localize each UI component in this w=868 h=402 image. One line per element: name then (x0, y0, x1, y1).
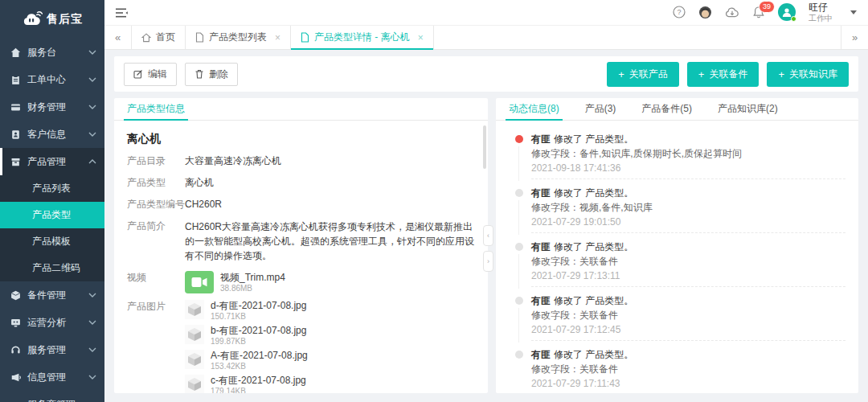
image-thumbnail (185, 350, 204, 369)
submenu-item-product-type[interactable]: 产品类型 (0, 202, 104, 228)
headset-icon (10, 344, 21, 355)
document-icon (301, 32, 309, 43)
edit-button[interactable]: 编辑 (124, 63, 177, 86)
plus-icon: + (618, 69, 624, 80)
tabs-scroll-right[interactable]: » (841, 26, 868, 49)
sidebar-item-product-mgmt[interactable]: 产品管理 (0, 148, 104, 175)
timeline-entry: 有匪修改了 产品类型。 修改字段：关联备件 2021-07-29 17:11:4… (509, 347, 845, 393)
image-file-row[interactable]: b-有匪-2021-07-08.jpg199.87KB (185, 325, 308, 347)
image-file-row[interactable]: A-有匪-2021-07-08.jpg153.42KB (185, 350, 308, 371)
timeline-dot (515, 243, 523, 251)
timeline-divider (531, 232, 845, 233)
user-avatar[interactable] (778, 3, 796, 21)
tab-product-parts[interactable]: 产品备件(5) (641, 98, 692, 120)
sidebar-item-provider-mgmt[interactable]: 服务商管理 (0, 391, 104, 402)
info-panel-body: 离心机 产品目录 大容量高速冷冻离心机 产品类型 离心机 产品类型编号 CH26… (114, 121, 488, 393)
home-icon (141, 33, 151, 43)
panel-collapse-handle[interactable]: ‹ (483, 225, 493, 246)
tab-activity-feed[interactable]: 动态信息(8) (509, 98, 559, 120)
online-status-dot (791, 16, 796, 22)
timeline-entry: 有匪修改了 产品类型。 修改字段：关联备件 2021-07-29 17:13:1… (509, 240, 845, 287)
timeline-dot (515, 135, 523, 143)
chevron-down-icon (88, 50, 96, 55)
images-field-row: 产品图片 d-有匪-2021-07-08.jpg150.71KB b-有匪-20… (127, 300, 475, 393)
close-icon[interactable]: × (275, 32, 280, 43)
sidebar-item-service-desk[interactable]: 服务台 (0, 39, 104, 66)
collapse-sidebar-icon[interactable] (116, 8, 129, 18)
associate-knowledge-button[interactable]: + 关联知识库 (767, 62, 849, 87)
field-row: 产品简介 CH260R大容量高速冷冻离心机获得多项专利技术，是湘仪最新推出的一款… (127, 219, 475, 263)
notifications-bell-icon[interactable]: 39 (752, 6, 765, 19)
delete-button[interactable]: 删除 (185, 63, 238, 86)
info-panel-tabs: 产品类型信息 (114, 98, 488, 121)
user-info[interactable]: 旺仔 工作中 (809, 2, 833, 23)
sidebar-item-service-mgmt[interactable]: 服务管理 (0, 336, 104, 363)
product-type-title: 离心机 (127, 130, 475, 146)
panel-expand-handle[interactable]: › (483, 251, 493, 272)
submenu-item-product-qrcode[interactable]: 产品二维码 (0, 255, 104, 281)
image-file-row[interactable]: d-有匪-2021-07-08.jpg150.71KB (185, 300, 308, 322)
video-file[interactable]: 视频_Trim.mp4 38.86MB (220, 271, 285, 293)
product-image-list: d-有匪-2021-07-08.jpg150.71KB b-有匪-2021-07… (185, 300, 308, 393)
close-icon[interactable]: × (418, 32, 424, 43)
tab-products[interactable]: 产品(3) (585, 98, 616, 120)
associate-part-button[interactable]: + 关联备件 (687, 62, 760, 87)
sidebar-item-finance[interactable]: 财务管理 (0, 93, 104, 121)
submenu-item-product-list[interactable]: 产品列表 (0, 175, 104, 202)
activity-timeline: 有匪修改了 产品类型。 修改字段：备件,知识库,质保期时长,质保起算时间 202… (496, 121, 858, 393)
timeline-dot (515, 351, 523, 359)
timeline-divider (531, 340, 845, 341)
sidebar-item-operations-analytics[interactable]: 运营分析 (0, 309, 104, 336)
image-thumbnail (185, 300, 204, 319)
video-field-row: 视频 视频_Trim.mp4 38.86MB (127, 271, 475, 293)
app-logo[interactable]: 售后宝 (0, 0, 104, 39)
svg-text:?: ? (677, 8, 681, 16)
providers-icon (10, 399, 21, 402)
edit-pencil-icon (133, 69, 143, 79)
chevron-down-icon (88, 77, 96, 82)
tab-product-knowledge[interactable]: 产品知识库(2) (718, 98, 778, 120)
product-mgmt-submenu: 产品列表 产品类型 产品模板 产品二维码 (0, 175, 104, 281)
activity-panel: 动态信息(8) 产品(3) 产品备件(5) 产品知识库(2) 有匪修改了 产品类… (496, 98, 858, 393)
notification-badge: 39 (759, 1, 775, 13)
user-name: 旺仔 (809, 2, 833, 14)
timeline-entry: 有匪修改了 产品类型。 修改字段：关联备件 2021-07-29 17:12:4… (509, 293, 845, 341)
tab-product-type-info[interactable]: 产品类型信息 (127, 98, 185, 120)
logo-text: 售后宝 (47, 12, 83, 27)
sidebar-item-customer-info[interactable]: 客户信息 (0, 121, 104, 148)
logo-cloud-icon (22, 11, 43, 27)
chevron-down-icon (88, 293, 96, 297)
toolbar-actions: + 关联产品 + 关联备件 + 关联知识库 (607, 62, 849, 87)
timeline-entry: 有匪修改了 产品类型。 修改字段：视频,备件,知识库 2021-07-29 19… (509, 186, 845, 233)
image-file-row[interactable]: c-有匪-2021-07-08.jpg179.14KB (185, 375, 308, 393)
sidebar-item-info-mgmt[interactable]: 信息管理 (0, 363, 104, 391)
sidebar-item-work-order[interactable]: 工单中心 (0, 66, 104, 93)
home-icon (10, 47, 21, 58)
app-window: 售后宝 服务台 工单中心 财务管理 客户信息 (0, 0, 868, 402)
user-menu-caret-icon[interactable] (850, 10, 857, 14)
detail-toolbar: 编辑 删除 + 关联产品 + 关联备件 + (114, 56, 858, 92)
chevron-down-icon (88, 132, 96, 137)
submenu-item-product-template[interactable]: 产品模板 (0, 228, 104, 255)
activity-panel-tabs: 动态信息(8) 产品(3) 产品备件(5) 产品知识库(2) (496, 98, 858, 121)
main-area: ? 39 旺仔 工作中 (104, 0, 868, 402)
trash-icon (194, 69, 204, 79)
help-icon[interactable]: ? (673, 6, 686, 18)
tab-home[interactable]: 首页 (132, 26, 186, 49)
product-icon (10, 156, 21, 167)
finance-icon (10, 101, 21, 113)
user-status: 工作中 (809, 14, 833, 23)
assistant-face-icon[interactable] (698, 6, 712, 19)
associate-product-button[interactable]: + 关联产品 (607, 62, 679, 87)
cloud-download-icon[interactable] (725, 6, 739, 18)
content-area: 编辑 删除 + 关联产品 + 关联备件 + (104, 50, 868, 402)
panel-scrollbar[interactable] (483, 125, 486, 169)
sidebar-item-parts-mgmt[interactable]: 备件管理 (0, 281, 104, 309)
image-thumbnail (185, 375, 204, 393)
tab-product-type-list[interactable]: 产品类型列表 × (186, 26, 291, 49)
tab-product-type-detail[interactable]: 产品类型详情 - 离心机 × (291, 26, 434, 49)
tabs-scroll-left[interactable]: « (104, 26, 132, 49)
chevron-down-icon (88, 105, 96, 109)
chevron-up-icon (88, 159, 96, 164)
video-file-icon[interactable] (185, 271, 214, 293)
